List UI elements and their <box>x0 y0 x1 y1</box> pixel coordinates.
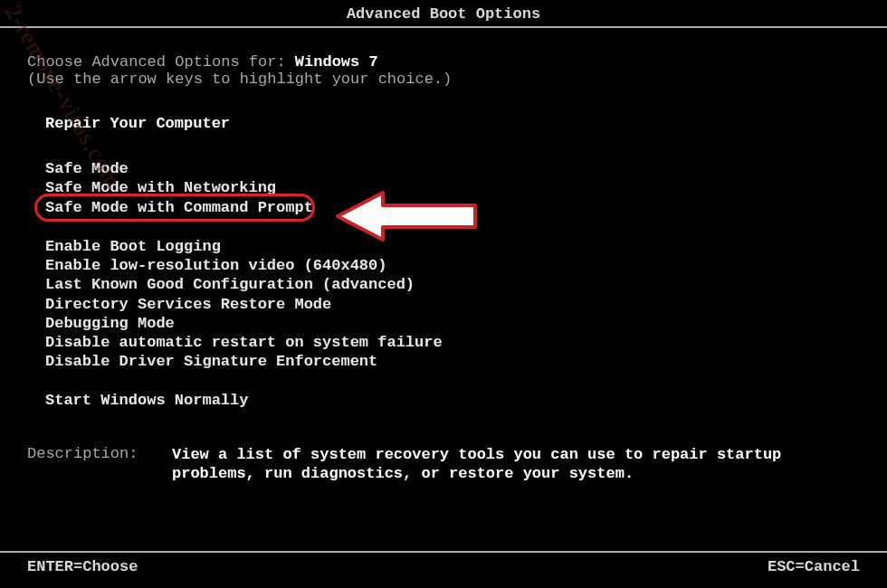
menu-item-debugging-mode[interactable]: Debugging Mode <box>45 314 860 333</box>
menu-item-start-windows-normally[interactable]: Start Windows Normally <box>27 392 860 409</box>
choose-for-line: Choose Advanced Options for: Windows 7 <box>27 53 860 71</box>
menu-item-enable-boot-logging[interactable]: Enable Boot Logging <box>45 237 860 256</box>
menu-item-low-resolution-video[interactable]: Enable low-resolution video (640x480) <box>45 256 860 275</box>
description-label: Description: <box>27 445 172 484</box>
menu-item-safe-mode-networking[interactable]: Safe Mode with Networking <box>45 178 860 197</box>
main-content: Choose Advanced Options for: Windows 7 (… <box>0 28 887 483</box>
page-title: Advanced Boot Options <box>0 0 887 28</box>
menu-item-safe-mode-command-prompt[interactable]: Safe Mode with Command Prompt <box>45 198 313 217</box>
description-block: Description: View a list of system recov… <box>27 445 860 484</box>
menu-item-repair-computer[interactable]: Repair Your Computer <box>27 115 860 132</box>
menu-item-disable-driver-signature[interactable]: Disable Driver Signature Enforcement <box>45 352 860 371</box>
boot-options-screen: 2-remove-virus.com Advanced Boot Options… <box>0 0 887 588</box>
menu-item-disable-auto-restart[interactable]: Disable automatic restart on system fail… <box>45 333 860 352</box>
os-name: Windows 7 <box>295 53 378 71</box>
footer-bar: ENTER=Choose ESC=Cancel <box>0 551 887 575</box>
menu-item-directory-services-restore[interactable]: Directory Services Restore Mode <box>45 295 860 314</box>
footer-enter-hint: ENTER=Choose <box>27 558 138 575</box>
menu-item-safe-mode[interactable]: Safe Mode <box>45 159 860 178</box>
highlighted-item-wrap: Safe Mode with Command Prompt <box>45 198 313 217</box>
choose-prefix: Choose Advanced Options for: <box>27 53 295 71</box>
safe-mode-group: Safe Mode Safe Mode with Networking Safe… <box>27 159 860 217</box>
menu-item-last-known-good[interactable]: Last Known Good Configuration (advanced) <box>45 275 860 294</box>
footer-esc-hint: ESC=Cancel <box>768 558 860 575</box>
advanced-options-group: Enable Boot Logging Enable low-resolutio… <box>27 237 860 372</box>
description-text: View a list of system recovery tools you… <box>172 445 860 484</box>
arrow-keys-hint: (Use the arrow keys to highlight your ch… <box>27 71 860 88</box>
